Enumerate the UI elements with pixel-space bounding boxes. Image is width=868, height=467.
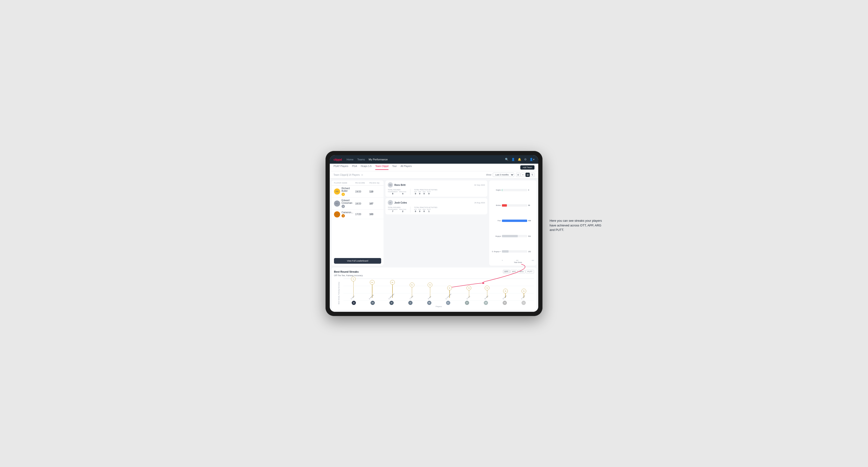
bar-fill bbox=[502, 220, 527, 222]
bar-chart: Eagles 3 Birdies bbox=[492, 183, 534, 259]
bar-value: 131 bbox=[528, 251, 534, 252]
card-header: JC Josh Coles 26 Aug 2023 bbox=[388, 200, 485, 205]
player-info: CA Cameron... 3 bbox=[334, 211, 355, 217]
table-row[interactable]: EC Edward Crossman 2 18/20 107 bbox=[332, 198, 383, 210]
bar-value: 3 bbox=[528, 189, 534, 191]
col-pb-score: PB SCORE bbox=[355, 182, 369, 184]
avatar-col: RB bbox=[423, 301, 435, 305]
player-label: E. Ebert bbox=[350, 295, 355, 300]
edit-icon[interactable]: ✏ bbox=[361, 174, 363, 176]
sub-navigation: PGAT Players PGA Hcaps 1-5 Team Clippd T… bbox=[330, 164, 538, 171]
bell-icon[interactable]: 🔔 bbox=[518, 158, 521, 161]
bar-value: 311 bbox=[528, 236, 534, 237]
bar-row-dbogeys: D. Bogeys + 131 bbox=[492, 250, 534, 253]
bar-label: D. Bogeys + bbox=[492, 251, 501, 252]
player-cards-panel: RB Rees Britt 02 Sep 2023 Total Rounds T… bbox=[385, 181, 487, 266]
player-label: E. Crossman bbox=[445, 293, 452, 300]
sub-nav-pgat[interactable]: PGAT Players bbox=[334, 165, 348, 170]
search-icon[interactable]: 🔍 bbox=[505, 158, 508, 161]
col-pb-avg: PB AVG SQ bbox=[369, 182, 381, 184]
streak-bubble: 4x bbox=[447, 286, 452, 290]
user-icon[interactable]: 👤 bbox=[512, 158, 515, 161]
streak-col: 3xR. Butler bbox=[503, 289, 508, 300]
pb-score: 17/20 bbox=[355, 213, 369, 216]
streak-col: 4xM. Miller bbox=[485, 286, 490, 300]
chart-inner: 7xE. Ebert6xB. McHerg6xD. Billingham5xJ.… bbox=[343, 279, 534, 308]
streak-col: 6xD. Billingham bbox=[389, 280, 396, 300]
top-navigation: clippd Home Teams My Performance 🔍 👤 🔔 ⚙… bbox=[330, 155, 538, 164]
tab-putt[interactable]: PUTT bbox=[526, 270, 534, 273]
pb-avg: 107 bbox=[369, 203, 381, 205]
sub-nav-team-clippd[interactable]: Team Clippd bbox=[375, 165, 389, 170]
avatar: EC bbox=[334, 200, 340, 207]
practice-activities-stat: Total Practice Activities OTT 0 APP bbox=[414, 207, 437, 213]
bar-row-bogeys: Bogeys 311 bbox=[492, 235, 534, 237]
streak-avatar: EC bbox=[446, 301, 450, 305]
tab-ott[interactable]: OTT bbox=[503, 270, 510, 273]
sub-nav-hcaps[interactable]: Hcaps 1-5 bbox=[361, 165, 372, 170]
annotation: Here you can see streaks your players ha… bbox=[550, 218, 604, 232]
player-card: RB Rees Britt 02 Sep 2023 Total Rounds T… bbox=[385, 181, 487, 197]
view-full-leaderboard-button[interactable]: View Full Leaderboard bbox=[334, 258, 381, 264]
bar-label: Pars bbox=[492, 220, 501, 221]
grid-view-icon[interactable]: ⊞ bbox=[516, 173, 520, 177]
table-row[interactable]: CA Cameron... 3 17/20 103 bbox=[332, 210, 383, 219]
nav-teams[interactable]: Teams bbox=[357, 157, 365, 162]
settings-icon[interactable]: ⚙ bbox=[524, 158, 527, 161]
table-row[interactable]: RB Richard Butler 1 19/20 110 bbox=[332, 186, 383, 198]
card-stats: Total Rounds Tournament 7 Practice bbox=[388, 207, 485, 213]
avatar-col: JC bbox=[404, 301, 416, 305]
card-view-icon[interactable]: ▤ bbox=[526, 173, 530, 177]
nav-home[interactable]: Home bbox=[346, 157, 353, 162]
bar-track bbox=[502, 189, 527, 191]
streak-avatar: RB bbox=[427, 301, 431, 305]
sub-nav-pga[interactable]: PGA bbox=[352, 165, 357, 170]
streaks-title: Best Round Streaks bbox=[334, 270, 503, 273]
card-stats: Total Rounds Tournament 8 Practice bbox=[388, 189, 485, 195]
filter-icon[interactable]: ⇅ bbox=[530, 173, 534, 177]
annotation-text: Here you can see streaks your players ha… bbox=[550, 218, 604, 232]
avatar-col: CQ bbox=[518, 301, 530, 305]
sub-nav-tour[interactable]: Tour bbox=[392, 165, 397, 170]
bar-label: Birdies bbox=[492, 205, 501, 206]
bar-track bbox=[502, 204, 527, 207]
streaks-header: Best Round Streaks OTT APP ARG PUTT bbox=[334, 270, 534, 273]
y-axis-label: Best Streak, Fairway Accuracy bbox=[338, 282, 340, 304]
bar-row-birdies: Birdies 96 bbox=[492, 204, 534, 207]
avatar-col: EE bbox=[348, 301, 360, 305]
practice-cols: OTT 0 APP 0 ARG bbox=[414, 191, 437, 195]
tab-app[interactable]: APP bbox=[510, 270, 518, 273]
streak-col: 3xC. Quick bbox=[521, 289, 526, 300]
streak-bubble: 3x bbox=[503, 289, 508, 293]
add-team-button[interactable]: Add Team bbox=[520, 165, 534, 169]
content-grid: PLAYER NAME PB SCORE PB AVG SQ RB Richar… bbox=[330, 179, 538, 268]
tab-arg[interactable]: ARG bbox=[518, 270, 525, 273]
rounds-stat: Total Rounds Tournament 7 Practice bbox=[388, 207, 406, 213]
axis-title: Total Shots bbox=[492, 261, 534, 263]
streak-bubble: 6x bbox=[370, 280, 375, 285]
streak-avatar: RB bbox=[503, 301, 507, 305]
list-view-icon[interactable]: ≡ bbox=[521, 173, 525, 177]
player-info: RB Richard Butler 1 bbox=[334, 187, 355, 196]
rounds-stat: Total Rounds Tournament 8 Practice bbox=[388, 189, 406, 195]
card-player-name: Rees Britt bbox=[394, 184, 473, 186]
sub-nav-all-players[interactable]: All Players bbox=[401, 165, 412, 170]
nav-my-performance[interactable]: My Performance bbox=[369, 157, 388, 162]
rounds-label: Total Rounds bbox=[388, 189, 406, 191]
bar-value: 499 bbox=[528, 220, 534, 221]
streak-bubble: 5x bbox=[410, 283, 414, 287]
streaks-avatars: EEBMDBJCRBECDFMMRBCQ bbox=[343, 301, 534, 305]
bar-label: Bogeys bbox=[492, 236, 501, 237]
period-select[interactable]: Last 3 months bbox=[493, 173, 514, 177]
profile-icon[interactable]: 👤▾ bbox=[530, 158, 534, 161]
rounds-label: Total Rounds bbox=[388, 207, 406, 208]
show-label: Show bbox=[486, 174, 491, 176]
avatar-col: DF bbox=[461, 301, 473, 305]
view-icons: ⊞ ≡ ▤ ⇅ bbox=[516, 173, 534, 177]
main-content: Team Clippd | 14 Players ✏ Show Last 3 m… bbox=[330, 171, 538, 312]
axis-label: 0 bbox=[502, 260, 503, 261]
streak-avatar: MM bbox=[484, 301, 488, 305]
streaks-bars: 7xE. Ebert6xB. McHerg6xD. Billingham5xJ.… bbox=[343, 279, 534, 300]
card-avatar: JC bbox=[388, 200, 393, 205]
streak-bubble: 3x bbox=[522, 289, 526, 293]
